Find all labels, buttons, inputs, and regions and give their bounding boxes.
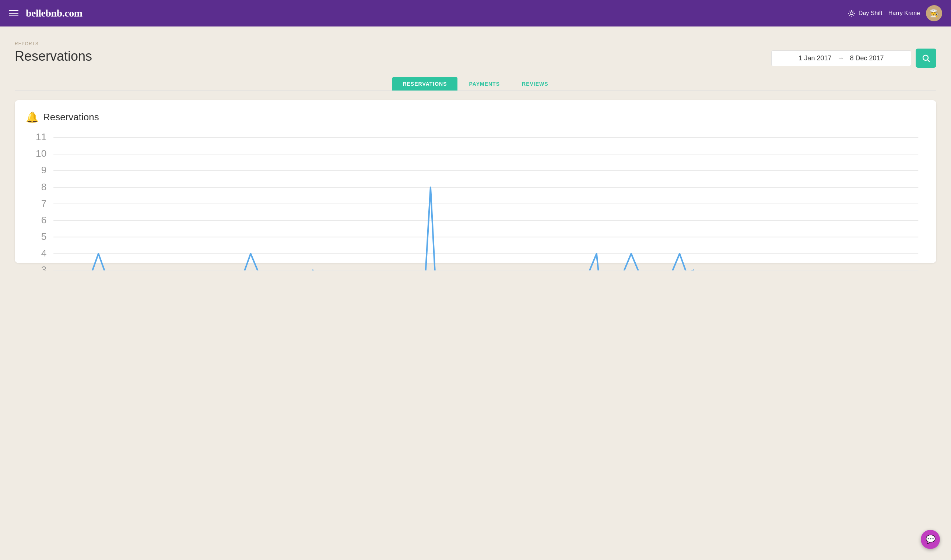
app-header: bellebnb.com Day Shift Harry Krane 👨‍🍳 [0, 0, 951, 26]
tab-reviews[interactable]: REVIEWS [512, 77, 559, 91]
svg-text:5: 5 [41, 231, 47, 242]
svg-text:7: 7 [41, 198, 47, 209]
svg-line-6 [854, 15, 854, 15]
avatar[interactable]: 👨‍🍳 [926, 5, 942, 22]
date-start: 1 Jan 2017 [798, 54, 831, 62]
svg-text:6: 6 [41, 214, 47, 226]
menu-button[interactable] [9, 10, 19, 16]
svg-line-10 [928, 60, 930, 62]
chart-svg: 0 1 2 3 4 5 6 7 8 9 10 11 1 Jan 17 5 Feb… [26, 131, 925, 271]
chart-area: 0 1 2 3 4 5 6 7 8 9 10 11 1 Jan 17 5 Feb… [26, 131, 925, 256]
svg-text:8: 8 [41, 182, 47, 192]
svg-point-0 [850, 12, 853, 15]
svg-text:11: 11 [36, 131, 46, 142]
chart-header: 🔔 Reservations [26, 111, 925, 123]
tab-reservations[interactable]: RESERVATIONS [392, 77, 457, 91]
breadcrumb: REPORTS [15, 41, 92, 46]
user-name: Harry Krane [888, 10, 920, 17]
controls-row: 1 Jan 2017 → 8 Dec 2017 [771, 49, 936, 68]
main-content: REPORTS Reservations 1 Jan 2017 → 8 Dec … [0, 26, 951, 271]
page-header: REPORTS Reservations [15, 41, 92, 64]
logo: bellebnb.com [26, 8, 82, 19]
svg-line-8 [854, 11, 854, 11]
svg-text:4: 4 [41, 248, 47, 258]
svg-text:10: 10 [36, 148, 46, 159]
tabs-row: RESERVATIONS PAYMENTS REVIEWS [15, 77, 936, 91]
svg-line-5 [849, 11, 849, 11]
date-end: 8 Dec 2017 [850, 54, 884, 62]
date-arrow-icon: → [838, 54, 844, 62]
chart-title: Reservations [43, 111, 99, 123]
day-shift-label: Day Shift [858, 10, 883, 17]
search-button[interactable] [915, 49, 936, 68]
date-range-picker[interactable]: 1 Jan 2017 → 8 Dec 2017 [771, 51, 911, 66]
day-shift-icon [848, 9, 855, 17]
tab-payments[interactable]: PAYMENTS [459, 77, 510, 91]
page-title: Reservations [15, 49, 92, 64]
search-icon [922, 54, 930, 63]
svg-text:3: 3 [41, 264, 47, 271]
svg-line-7 [849, 15, 849, 15]
bell-icon: 🔔 [26, 111, 39, 123]
chart-card: 🔔 Reservations 0 1 2 [15, 100, 936, 263]
day-shift-toggle[interactable]: Day Shift [848, 9, 883, 17]
svg-point-9 [923, 55, 928, 60]
svg-text:9: 9 [41, 165, 47, 175]
